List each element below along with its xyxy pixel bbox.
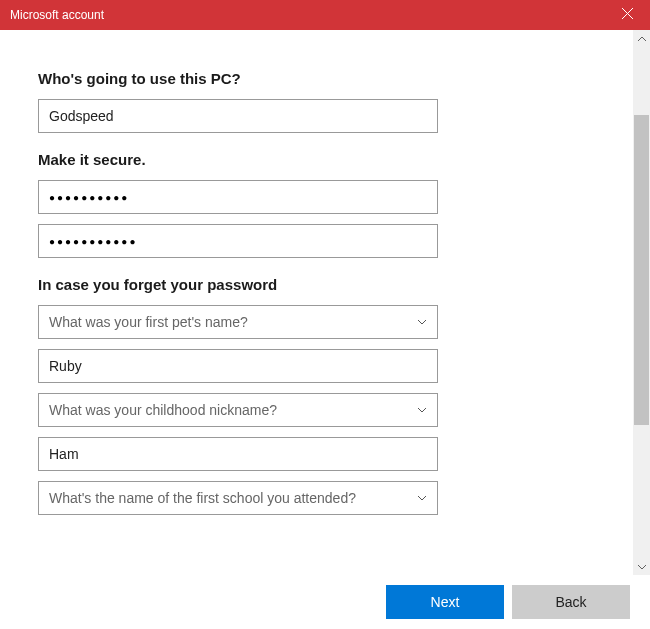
password-confirm-value: ●●●●●●●●●●● xyxy=(49,236,137,247)
security-question-2-text: What was your childhood nickname? xyxy=(49,402,277,418)
security-question-2-select[interactable]: What was your childhood nickname? xyxy=(38,393,438,427)
username-input[interactable]: Godspeed xyxy=(38,99,438,133)
heading-who: Who's going to use this PC? xyxy=(38,70,595,87)
security-answer-1-input[interactable]: Ruby xyxy=(38,349,438,383)
security-question-1-select[interactable]: What was your first pet's name? xyxy=(38,305,438,339)
chevron-up-icon xyxy=(637,30,647,48)
scrollbar-track[interactable] xyxy=(633,47,650,558)
close-icon xyxy=(622,8,633,22)
next-label: Next xyxy=(431,594,460,610)
security-question-3-text: What's the name of the first school you … xyxy=(49,490,356,506)
close-button[interactable] xyxy=(604,0,650,30)
scroll-down-button[interactable] xyxy=(633,558,650,575)
password-input[interactable]: ●●●●●●●●●● xyxy=(38,180,438,214)
footer-buttons: Next Back xyxy=(386,585,630,619)
security-question-3-select[interactable]: What's the name of the first school you … xyxy=(38,481,438,515)
back-button[interactable]: Back xyxy=(512,585,630,619)
next-button[interactable]: Next xyxy=(386,585,504,619)
heading-forgot: In case you forget your password xyxy=(38,276,595,293)
security-answer-2-input[interactable]: Ham xyxy=(38,437,438,471)
chevron-down-icon xyxy=(415,315,429,329)
vertical-scrollbar[interactable] xyxy=(633,30,650,575)
security-answer-2-value: Ham xyxy=(49,446,79,462)
scroll-up-button[interactable] xyxy=(633,30,650,47)
window-title: Microsoft account xyxy=(10,8,104,22)
scrollbar-thumb[interactable] xyxy=(634,115,649,425)
security-question-1-text: What was your first pet's name? xyxy=(49,314,248,330)
titlebar: Microsoft account xyxy=(0,0,650,30)
username-value: Godspeed xyxy=(49,108,114,124)
form-area: Who's going to use this PC? Godspeed Mak… xyxy=(0,30,633,575)
heading-secure: Make it secure. xyxy=(38,151,595,168)
password-confirm-input[interactable]: ●●●●●●●●●●● xyxy=(38,224,438,258)
chevron-down-icon xyxy=(415,403,429,417)
password-value: ●●●●●●●●●● xyxy=(49,192,129,203)
chevron-down-icon xyxy=(415,491,429,505)
security-answer-1-value: Ruby xyxy=(49,358,82,374)
chevron-down-icon xyxy=(637,558,647,576)
back-label: Back xyxy=(555,594,586,610)
